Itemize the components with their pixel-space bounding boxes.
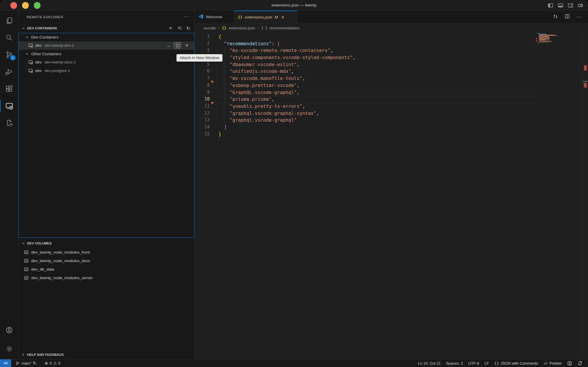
breadcrumb-file[interactable]: extensions.json	[229, 26, 255, 30]
settings-gear-icon[interactable]	[0, 341, 18, 357]
volume-item[interactable]: dev_twenty_node_modules_server	[19, 274, 194, 282]
editor-group: Welcome {} extensions.json M × ··· .vsco…	[194, 11, 588, 359]
tab-filename: extensions.json	[245, 15, 272, 19]
container-group[interactable]: Dev Containers	[19, 33, 194, 41]
remote-explorer-icon[interactable]	[0, 98, 18, 114]
customize-layout-icon[interactable]	[578, 3, 583, 8]
feedback-icon[interactable]	[564, 359, 575, 367]
minimize-window-button[interactable]	[22, 2, 29, 9]
section-dev-volumes[interactable]: DEV VOLUMES	[19, 239, 194, 248]
modified-badge: M	[275, 15, 278, 19]
code-line[interactable]: 1{	[195, 33, 588, 40]
code-lines: 1{2 "recommendations": [3 "ms-vscode-rem…	[195, 33, 588, 138]
container-item[interactable]: devdev-postgres-1	[19, 66, 194, 75]
split-editor-icon[interactable]	[564, 14, 570, 20]
code-line[interactable]: 8 "esbenp.prettier-vscode",	[195, 82, 588, 89]
code-line[interactable]: 13 "graphql.vscode-graphql"	[195, 117, 588, 124]
container-group[interactable]: Other Containers	[19, 50, 194, 58]
container-item[interactable]: devdev-twenty-dev-1→×	[19, 41, 194, 50]
overview-ruler[interactable]	[583, 32, 588, 359]
code-line[interactable]: 4 "styled-components.vscode-styled-compo…	[195, 54, 588, 61]
filter-clear-icon[interactable]	[177, 26, 182, 31]
extensions-icon[interactable]	[0, 81, 18, 97]
close-tab-icon[interactable]: ×	[281, 14, 284, 20]
code-line[interactable]: 14 ]	[195, 124, 588, 131]
traffic-lights	[10, 2, 41, 9]
code-line[interactable]: 11 "yoavbls.pretty-ts-errors",	[195, 103, 588, 110]
dev-container-icon	[28, 68, 33, 73]
code-line[interactable]: 6 "unifiedjs.vscode-mdx",	[195, 68, 588, 75]
volume-icon	[24, 258, 29, 263]
toggle-primary-sidebar-icon[interactable]	[548, 3, 553, 8]
minimap[interactable]	[536, 32, 583, 359]
search-icon[interactable]	[0, 29, 18, 46]
breadcrumb-folder[interactable]: .vscode	[203, 26, 216, 30]
ruler-current-line	[583, 81, 588, 82]
volume-item[interactable]: dev_twenty_node_modules_front	[19, 248, 194, 257]
code-line[interactable]: 5 "dbaeumer.vscode-eslint",	[195, 61, 588, 68]
double-check-icon: ✓✓	[543, 361, 547, 366]
code-line[interactable]: 7 "ms-vscode.makefile-tools",	[195, 75, 588, 82]
dev-container-icon	[28, 43, 33, 48]
json-file-icon: {}	[222, 26, 226, 30]
array-symbol-icon: [ ]	[261, 26, 267, 30]
formatter-status[interactable]: ✓✓ Prettier	[541, 359, 564, 367]
tab-welcome[interactable]: Welcome	[195, 11, 234, 23]
notifications-bell-icon[interactable]	[575, 359, 585, 367]
warnings-icon: ⚠	[53, 361, 57, 366]
code-line[interactable]: 12 "graphql.vscode-graphql-syntax",	[195, 110, 588, 117]
indent-guide	[224, 47, 224, 124]
toggle-panel-icon[interactable]	[558, 3, 563, 8]
gutter-marker-icon	[211, 101, 214, 104]
git-branch-status[interactable]: main* ↻	[13, 359, 39, 367]
volume-item[interactable]: dev_db_data	[19, 265, 194, 274]
volume-icon	[24, 275, 29, 280]
code-line[interactable]: 10 "prisma.prisma",	[195, 96, 588, 103]
attach-current-window-icon[interactable]: →	[164, 42, 172, 49]
explorer-icon[interactable]	[0, 12, 18, 29]
scm-badge: 1	[10, 55, 16, 61]
dev-containers-tree: Dev Containersdevdev-twenty-dev-1→×Other…	[19, 33, 194, 75]
encoding-status[interactable]: UTF-8	[466, 359, 482, 367]
container-item[interactable]: devdev-twenty-docs-1	[19, 58, 194, 67]
errors-icon: ⊗	[45, 361, 48, 366]
code-line[interactable]: 15}	[195, 131, 588, 138]
dev-container-config-icon[interactable]	[0, 115, 18, 131]
breadcrumb-symbol[interactable]: recommendations	[269, 26, 300, 30]
code-line[interactable]: 9 "GraphQL.vscode-graphql",	[195, 89, 588, 96]
add-dev-container-icon[interactable]	[168, 26, 173, 31]
open-changes-icon[interactable]	[553, 14, 558, 20]
refresh-icon[interactable]: ↻	[186, 26, 190, 31]
attach-new-window-icon[interactable]	[174, 42, 181, 49]
code-line[interactable]: 2 "recommendations": [	[195, 40, 588, 47]
json-braces-icon: {}	[494, 361, 499, 366]
accounts-icon[interactable]	[0, 322, 18, 338]
volume-icon	[24, 250, 29, 255]
editor-more-actions-icon[interactable]: ···	[576, 14, 582, 20]
sidebar-remote-explorer: REMOTE EXPLORER ··· DEV CONTAINERS ↻ Dev…	[19, 11, 194, 359]
window-title: extensions.json — twenty	[0, 0, 588, 11]
code-editor[interactable]: 1{2 "recommendations": [3 "ms-vscode-rem…	[195, 32, 588, 359]
title-bar: extensions.json — twenty	[0, 0, 588, 11]
tab-extensions-json[interactable]: {} extensions.json M ×	[234, 11, 298, 23]
section-dev-containers[interactable]: DEV CONTAINERS ↻	[19, 24, 194, 33]
dev-volumes-list: dev_twenty_node_modules_frontdev_twenty_…	[19, 248, 194, 282]
indentation-status[interactable]: Spaces: 2	[443, 359, 466, 367]
cursor-position-status[interactable]: Ln 10, Col 21	[415, 359, 443, 367]
source-control-icon[interactable]: 1	[0, 46, 18, 63]
run-debug-icon[interactable]	[0, 63, 18, 80]
volume-item[interactable]: dev_twenty_node_modules_docs	[19, 257, 194, 265]
language-mode-status[interactable]: {} JSON with Comments	[492, 359, 541, 367]
code-line[interactable]: 3 "ms-vscode-remote.remote-containers",	[195, 47, 588, 54]
attach-in-new-window-icon	[175, 43, 180, 48]
toggle-secondary-sidebar-icon[interactable]	[568, 3, 573, 8]
activity-bar: 1	[0, 11, 19, 359]
sidebar-more-actions-icon[interactable]: ···	[184, 11, 190, 23]
eol-status[interactable]: LF	[482, 359, 492, 367]
close-window-button[interactable]	[10, 2, 17, 9]
remote-indicator[interactable]: ><	[0, 359, 11, 367]
problems-status[interactable]: ⊗ 0 ⚠ 0	[42, 359, 63, 367]
stop-container-icon[interactable]: ×	[183, 42, 191, 49]
section-help-and-feedback[interactable]: HELP AND FEEDBACK	[19, 350, 194, 359]
zoom-window-button[interactable]	[34, 2, 41, 9]
